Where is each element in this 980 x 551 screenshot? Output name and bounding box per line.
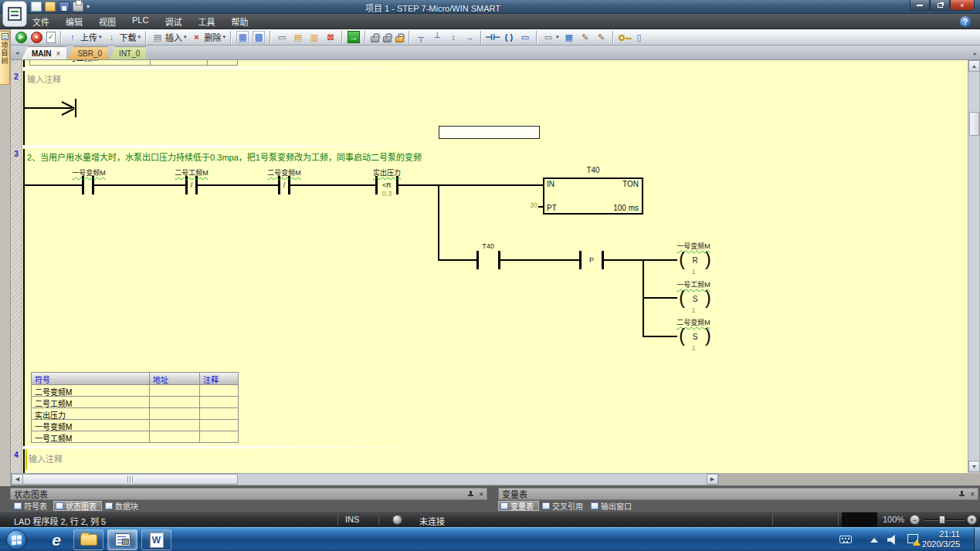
positive-edge-contact[interactable]: P: [582, 251, 602, 269]
network-symbol-table[interactable]: 符号 地址 注释 二号变频M二号工频M实出压力一号变频M一号工频M: [31, 372, 239, 443]
program-block-icon[interactable]: ▦: [235, 30, 250, 44]
empty-network-icon[interactable]: ▭: [274, 30, 290, 44]
menu-item-2[interactable]: 视图: [99, 15, 116, 28]
contact-2-operand[interactable]: 二号工频M: [175, 167, 209, 177]
panel-close-icon[interactable]: ×: [479, 490, 483, 499]
timer-pt-value[interactable]: 30: [513, 201, 537, 209]
zoom-out-button[interactable]: −: [910, 515, 920, 525]
insert-horizontal-icon[interactable]: →: [462, 30, 477, 44]
insert-branch-down-icon[interactable]: ┬: [413, 30, 429, 44]
lock-add-icon[interactable]: [394, 32, 405, 43]
key-icon[interactable]: [617, 32, 631, 42]
contact-3-operand[interactable]: 二号变频M: [267, 167, 301, 177]
chart-edit-icon[interactable]: ✎: [594, 30, 609, 44]
network-2-comment[interactable]: 输入注释: [27, 73, 61, 85]
coil-3-count[interactable]: 1: [691, 344, 695, 352]
panel-close-icon[interactable]: ×: [970, 490, 975, 499]
symbol-edit-icon[interactable]: ✎: [578, 30, 593, 44]
bottom-tab-1[interactable]: 状态图表: [53, 501, 102, 511]
tray-expand-icon[interactable]: [870, 538, 878, 543]
compare-value[interactable]: 0.3: [382, 190, 392, 198]
page-icon[interactable]: ▯: [632, 30, 647, 44]
insert-branch-up-icon[interactable]: ┴: [429, 30, 445, 44]
help-icon[interactable]: ?: [960, 16, 971, 27]
insert-contact-icon[interactable]: ⊣⊢: [485, 30, 500, 44]
insert-button[interactable]: ▤插入▾: [150, 30, 188, 44]
stop-button[interactable]: ●: [29, 31, 44, 44]
variable-table-panel-title[interactable]: 变量表 ×: [498, 488, 978, 500]
addressing-icon[interactable]: ▭▾: [541, 30, 561, 44]
ladder-editor-canvas[interactable]: 一号工频M 输入注释 2、当用户用水量增大时，水泵出口压力持续低于0.3mpa，…: [22, 60, 968, 473]
restore-button[interactable]: [930, 0, 950, 11]
project-tree-collapsed-tab[interactable]: 项目树: [0, 31, 10, 85]
set-coil-1[interactable]: (S): [672, 289, 718, 308]
compile-icon[interactable]: ✓: [45, 31, 57, 44]
pin-icon[interactable]: [467, 490, 474, 498]
tab-scroll-right-icon[interactable]: ▸: [974, 50, 977, 57]
contact-no-1[interactable]: [84, 176, 92, 194]
network-3-number[interactable]: 3: [11, 150, 22, 158]
network-warning-icon[interactable]: [907, 534, 918, 543]
scroll-left-icon[interactable]: ◀: [12, 474, 23, 485]
lock-icon[interactable]: [381, 32, 393, 43]
network-3-comment[interactable]: 2、当用户用水量增大时，水泵出口压力持续低于0.3mpa，把1号泵变频改为工频，…: [27, 150, 422, 163]
explorer-taskbar-button[interactable]: [73, 529, 103, 550]
network-4-number[interactable]: 4: [11, 451, 22, 459]
timer-tag[interactable]: T40: [586, 166, 599, 174]
bottom-tab-1[interactable]: 交叉引用: [541, 501, 588, 511]
reset-coil[interactable]: (R): [672, 251, 718, 269]
bottom-tab-0[interactable]: 符号表: [12, 501, 52, 511]
keyboard-tray-icon[interactable]: [839, 536, 852, 543]
volume-icon[interactable]: [887, 535, 897, 545]
symbol-table-row[interactable]: 二号变频M: [32, 384, 238, 396]
bookmark-icon[interactable]: ▤: [290, 30, 306, 44]
tab-scroll-left-icon[interactable]: ◂: [15, 49, 19, 56]
new-file-icon[interactable]: [31, 2, 42, 12]
qat-dropdown-icon[interactable]: ▾: [86, 3, 90, 10]
symbol-table-row[interactable]: 实出压力: [32, 407, 238, 419]
contact-nc-3[interactable]: /: [280, 176, 288, 194]
open-file-icon[interactable]: [45, 2, 56, 12]
goto-icon[interactable]: →: [346, 30, 361, 44]
ton-timer-box[interactable]: IN TON PT 100 ms: [543, 177, 643, 215]
menu-item-3[interactable]: PLC: [132, 15, 148, 28]
unlock-icon[interactable]: [369, 32, 381, 43]
delete-button[interactable]: ×删除▾: [189, 30, 228, 44]
taskbar-clock[interactable]: 21:11 2020/3/25: [922, 529, 960, 549]
tab-close-icon[interactable]: ×: [56, 49, 61, 58]
bottom-tab-2[interactable]: 数据块: [103, 501, 143, 511]
vertical-scroll-thumb[interactable]: [969, 112, 979, 136]
pin-icon[interactable]: [958, 490, 965, 498]
download-button[interactable]: ↓下载▾: [104, 30, 143, 44]
empty-selection-box[interactable]: [439, 126, 540, 139]
internet-explorer-icon[interactable]: e: [45, 529, 68, 550]
horizontal-scroll-thumb[interactable]: [22, 474, 238, 485]
insert-vertical-icon[interactable]: ↕: [446, 30, 461, 44]
scroll-right-icon[interactable]: ▶: [707, 474, 718, 485]
application-menu-button[interactable]: [2, 1, 27, 27]
print-icon[interactable]: [73, 2, 83, 12]
symbol-table-icon[interactable]: ▦: [561, 30, 577, 44]
insert-coil-icon[interactable]: ( ): [501, 30, 517, 44]
vertical-scrollbar[interactable]: ▲ ▼: [968, 60, 979, 473]
zoom-in-button[interactable]: +: [967, 515, 977, 525]
minimize-button[interactable]: [910, 0, 930, 11]
show-desktop-button[interactable]: [974, 528, 980, 551]
word-taskbar-button[interactable]: W: [141, 529, 171, 550]
symbol-table-row[interactable]: 一号变频M: [32, 419, 238, 431]
menu-item-6[interactable]: 帮助: [231, 15, 248, 28]
tab-main[interactable]: MAIN ×: [22, 46, 66, 59]
coil-2-count[interactable]: 1: [691, 306, 695, 314]
zoom-slider-thumb[interactable]: [939, 516, 945, 524]
coil-1-count[interactable]: 1: [691, 268, 695, 276]
scroll-down-icon[interactable]: ▼: [968, 461, 980, 472]
contact-t40[interactable]: [479, 251, 498, 269]
upload-button[interactable]: ↑上传▾: [65, 30, 103, 44]
close-button[interactable]: ×: [950, 0, 975, 11]
symbol-table-row[interactable]: 二号工频M: [32, 396, 238, 407]
menu-item-4[interactable]: 调试: [164, 15, 181, 28]
bottom-tab-2[interactable]: 输出窗口: [589, 501, 636, 511]
save-icon[interactable]: [59, 2, 70, 12]
compare-operand[interactable]: 实出压力: [373, 167, 401, 177]
tab-int0[interactable]: INT_0: [109, 46, 146, 59]
